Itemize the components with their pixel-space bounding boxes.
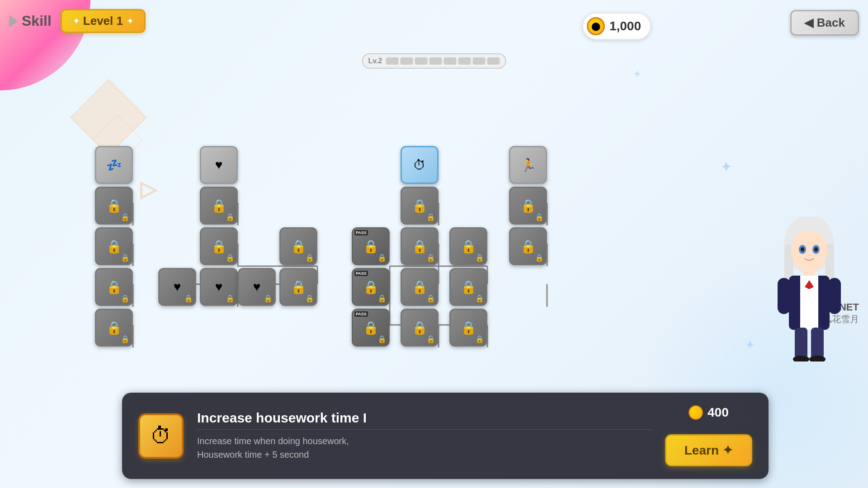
svg-rect-38: [778, 278, 790, 314]
pass-label: PASS: [354, 271, 368, 276]
skill-name: Increase housework time I: [197, 410, 651, 426]
node-icon: 🔒: [106, 198, 122, 213]
lock-overlay: 🔒: [184, 294, 193, 303]
skill-arrow-icon: [9, 15, 18, 28]
locked-11[interactable]: 🔒🔒: [95, 268, 133, 306]
node-icon: 🔒: [291, 239, 307, 254]
node-icon: ♥: [174, 280, 181, 294]
node-icon: 🔒: [412, 198, 428, 213]
pass-node-1[interactable]: 🔒🔒PASS: [352, 227, 390, 265]
node-icon: 🔒: [363, 320, 379, 335]
svg-rect-39: [828, 278, 841, 314]
cost-coin-icon: [689, 405, 703, 420]
lock-overlay: 🔒: [264, 294, 273, 303]
node-icon: 🔒: [520, 239, 536, 254]
node-icon: ♥: [253, 280, 261, 294]
lock-overlay: 🔒: [226, 294, 235, 303]
skill-desc-line1: Increase time when doing housework,: [197, 436, 349, 446]
lock-overlay: 🔒: [121, 213, 130, 221]
node-icon: 💤: [106, 158, 122, 173]
lv-seg-4: [429, 57, 442, 65]
cost-learn-area: 400 Learn ✦: [665, 405, 752, 466]
back-label: Back: [817, 16, 845, 30]
lock-overlay: 🔒: [535, 253, 544, 262]
back-button[interactable]: ◀ Back: [790, 10, 859, 36]
lock-overlay: 🔒: [305, 294, 314, 303]
lock-overlay: 🔒: [121, 253, 130, 262]
coin-icon: ⬤: [587, 17, 605, 35]
learn-sparkle: ✦: [722, 443, 733, 458]
locked-12[interactable]: 🔒🔒: [279, 268, 317, 306]
sparkle-left: ✦: [73, 16, 80, 26]
heart-locked-1[interactable]: ♥🔒: [158, 268, 196, 306]
locked-10[interactable]: 🔒🔒: [509, 227, 547, 265]
header: Skill ✦ Level 1 ✦: [9, 9, 146, 33]
heart-locked-2[interactable]: ♥🔒: [200, 268, 238, 306]
lv-seg-7: [472, 57, 485, 65]
lock-overlay: 🔒: [226, 253, 235, 262]
lock-overlay: 🔒: [475, 294, 484, 303]
run-node[interactable]: 🏃: [509, 146, 547, 184]
lv-seg-5: [443, 57, 456, 65]
nodes-container: 💤♥⏱🏃🔒🔒🔒🔒🔒🔒🔒🔒🔒🔒🔒🔒🔒🔒🔒🔒PASS🔒🔒🔒🔒🔒🔒🔒🔒♥🔒♥🔒♥🔒🔒🔒…: [0, 72, 868, 352]
locked-3[interactable]: 🔒🔒: [401, 187, 439, 225]
character-figure: [764, 217, 854, 361]
skill-icon-large: ⏱: [138, 413, 184, 459]
level-badge[interactable]: ✦ Level 1 ✦: [61, 9, 146, 33]
pass-label: PASS: [354, 230, 368, 235]
cost-amount: 400: [708, 405, 729, 420]
node-icon: 🔒: [211, 198, 227, 213]
lock-overlay: 🔒: [121, 294, 130, 303]
svg-point-33: [814, 247, 818, 252]
locked-16[interactable]: 🔒🔒: [401, 309, 439, 347]
pass-node-3[interactable]: 🔒🔒PASS: [352, 309, 390, 347]
locked-1[interactable]: 🔒🔒: [95, 187, 133, 225]
locked-7[interactable]: 🔒🔒: [279, 227, 317, 265]
lv-seg-8: [487, 57, 500, 65]
node-icon: 🔒: [106, 239, 122, 254]
heart-locked-3[interactable]: ♥🔒: [238, 268, 276, 306]
skill-cost: 400: [689, 405, 729, 420]
locked-14[interactable]: 🔒🔒: [449, 268, 487, 306]
locked-2[interactable]: 🔒🔒: [200, 187, 238, 225]
node-icon: 🔒: [412, 239, 428, 254]
locked-6[interactable]: 🔒🔒: [200, 227, 238, 265]
locked-9[interactable]: 🔒🔒: [449, 227, 487, 265]
skill-tree-area: 💤♥⏱🏃🔒🔒🔒🔒🔒🔒🔒🔒🔒🔒🔒🔒🔒🔒🔒🔒PASS🔒🔒🔒🔒🔒🔒🔒🔒♥🔒♥🔒♥🔒🔒🔒…: [0, 72, 868, 352]
level-label: Level 1: [83, 14, 123, 28]
svg-rect-40: [795, 328, 807, 359]
node-icon: 🏃: [520, 158, 536, 173]
skill-title: Skill: [9, 13, 52, 29]
locked-13[interactable]: 🔒🔒: [401, 268, 439, 306]
lv-segments: [386, 57, 500, 65]
character-svg: [764, 217, 854, 361]
lock-overlay: 🔒: [377, 253, 387, 262]
pass-node-2[interactable]: 🔒🔒PASS: [352, 268, 390, 306]
lock-overlay: 🔒: [226, 213, 235, 221]
heart-node[interactable]: ♥: [200, 146, 238, 184]
skill-desc: Increase time when doing housework, Hous…: [197, 434, 651, 461]
locked-4[interactable]: 🔒🔒: [509, 187, 547, 225]
lv-seg-2: [400, 57, 413, 65]
lock-overlay: 🔒: [426, 253, 435, 262]
svg-point-29: [791, 230, 827, 271]
divider: [197, 429, 651, 430]
locked-17[interactable]: 🔒🔒: [449, 309, 487, 347]
locked-5[interactable]: 🔒🔒: [95, 227, 133, 265]
lock-overlay: 🔒: [377, 335, 387, 343]
node-icon: 🔒: [106, 280, 122, 295]
timer-node-active[interactable]: ⏱: [401, 146, 439, 184]
node-icon: 🔒: [520, 198, 536, 213]
node-icon: 🔒: [412, 280, 428, 295]
lock-overlay: 🔒: [426, 213, 435, 221]
svg-rect-41: [811, 328, 824, 359]
node-icon: 🔒: [461, 239, 476, 254]
locked-8[interactable]: 🔒🔒: [401, 227, 439, 265]
sleep-node[interactable]: 💤: [95, 146, 133, 184]
learn-button[interactable]: Learn ✦: [665, 434, 752, 466]
locked-15[interactable]: 🔒🔒: [95, 309, 133, 347]
lock-overlay: 🔒: [377, 294, 387, 303]
back-arrow-icon: ◀: [804, 16, 813, 30]
node-icon: 🔒: [106, 320, 122, 335]
node-icon: 🔒: [363, 239, 379, 254]
